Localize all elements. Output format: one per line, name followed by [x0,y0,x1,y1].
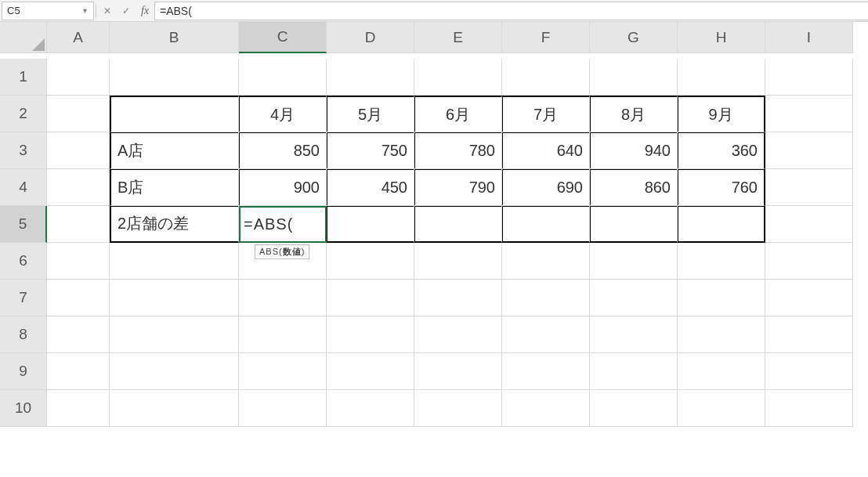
cell-A5[interactable] [47,206,110,243]
col-header-B[interactable]: B [110,22,239,53]
select-all-corner[interactable] [0,22,47,53]
spreadsheet-grid[interactable]: A B C D E F G H I 1 2 4月 5月 6月 7月 8月 9月 … [0,22,868,427]
col-header-D[interactable]: D [327,22,414,53]
cell-F8[interactable] [502,316,590,353]
cell-I7[interactable] [765,280,853,316]
cell-E7[interactable] [414,280,502,316]
cell-C8[interactable] [239,316,327,353]
cell-A4[interactable] [47,169,110,206]
cell-F1[interactable] [502,59,590,96]
cell-H4[interactable]: 760 [678,169,765,206]
function-tooltip[interactable]: ABS(数値) [255,244,309,259]
cell-D8[interactable] [327,316,414,353]
cell-E3[interactable]: 780 [414,132,502,169]
cell-I2[interactable] [765,96,853,132]
col-header-F[interactable]: F [502,22,590,53]
cell-I10[interactable] [765,390,853,427]
cell-A9[interactable] [47,353,110,390]
cell-I3[interactable] [765,132,853,169]
name-box[interactable]: C5 ▼ [2,2,94,20]
cell-C2[interactable]: 4月 [239,96,327,132]
row-header-4[interactable]: 4 [0,169,47,206]
row-header-10[interactable]: 10 [0,390,47,427]
cell-F2[interactable]: 7月 [502,96,590,132]
cell-A8[interactable] [47,316,110,353]
row-header-6[interactable]: 6 [0,243,47,280]
cell-G6[interactable] [590,243,678,280]
cell-D5[interactable] [327,206,414,243]
formula-input[interactable]: =ABS( [154,2,868,20]
cancel-formula-button[interactable]: ✕ [98,5,117,16]
cell-B7[interactable] [110,280,239,316]
cell-C10[interactable] [239,390,327,427]
cell-F3[interactable]: 640 [502,132,590,169]
insert-function-button[interactable]: fx [136,5,154,17]
cell-E10[interactable] [414,390,502,427]
cell-H10[interactable] [678,390,765,427]
cell-B10[interactable] [110,390,239,427]
cell-D10[interactable] [327,390,414,427]
cell-F5[interactable] [502,206,590,243]
cell-H8[interactable] [678,316,765,353]
cell-H6[interactable] [678,243,765,280]
cell-I9[interactable] [765,353,853,390]
cell-H2[interactable]: 9月 [678,96,765,132]
cell-H5[interactable] [678,206,765,243]
cell-F10[interactable] [502,390,590,427]
cell-G1[interactable] [590,59,678,96]
cell-G2[interactable]: 8月 [590,96,678,132]
cell-C5-editing[interactable]: =ABS( ABS(数値) [239,206,327,243]
cell-F4[interactable]: 690 [502,169,590,206]
cell-B5[interactable]: 2店舗の差 [110,206,239,243]
cell-B2[interactable] [110,96,239,132]
cell-E4[interactable]: 790 [414,169,502,206]
row-header-5[interactable]: 5 [0,206,47,243]
cell-B3[interactable]: A店 [110,132,239,169]
cell-H7[interactable] [678,280,765,316]
row-header-2[interactable]: 2 [0,96,47,132]
cell-B6[interactable] [110,243,239,280]
cell-H1[interactable] [678,59,765,96]
row-header-1[interactable]: 1 [0,59,47,96]
cell-D6[interactable] [327,243,414,280]
cell-I6[interactable] [765,243,853,280]
cell-B1[interactable] [110,59,239,96]
row-header-9[interactable]: 9 [0,353,47,390]
cell-C3[interactable]: 850 [239,132,327,169]
col-header-G[interactable]: G [590,22,678,53]
cell-A3[interactable] [47,132,110,169]
cell-I5[interactable] [765,206,853,243]
cell-I1[interactable] [765,59,853,96]
name-box-dropdown-icon[interactable]: ▼ [81,7,89,15]
cell-C4[interactable]: 900 [239,169,327,206]
cell-B8[interactable] [110,316,239,353]
cell-G7[interactable] [590,280,678,316]
cell-F9[interactable] [502,353,590,390]
row-header-3[interactable]: 3 [0,132,47,169]
cell-E5[interactable] [414,206,502,243]
cell-H9[interactable] [678,353,765,390]
cell-D1[interactable] [327,59,414,96]
cell-A2[interactable] [47,96,110,132]
col-header-C[interactable]: C [239,22,327,53]
cell-E8[interactable] [414,316,502,353]
col-header-A[interactable]: A [47,22,110,53]
cell-D3[interactable]: 750 [327,132,414,169]
cell-I4[interactable] [765,169,853,206]
row-header-8[interactable]: 8 [0,316,47,353]
cell-G3[interactable]: 940 [590,132,678,169]
cell-D7[interactable] [327,280,414,316]
cell-D4[interactable]: 450 [327,169,414,206]
cell-A6[interactable] [47,243,110,280]
cell-F6[interactable] [502,243,590,280]
cell-E1[interactable] [414,59,502,96]
cell-E9[interactable] [414,353,502,390]
cell-B4[interactable]: B店 [110,169,239,206]
cell-A10[interactable] [47,390,110,427]
cell-G4[interactable]: 860 [590,169,678,206]
col-header-I[interactable]: I [765,22,853,53]
cell-G10[interactable] [590,390,678,427]
cell-A7[interactable] [47,280,110,316]
cell-E2[interactable]: 6月 [414,96,502,132]
cell-A1[interactable] [47,59,110,96]
